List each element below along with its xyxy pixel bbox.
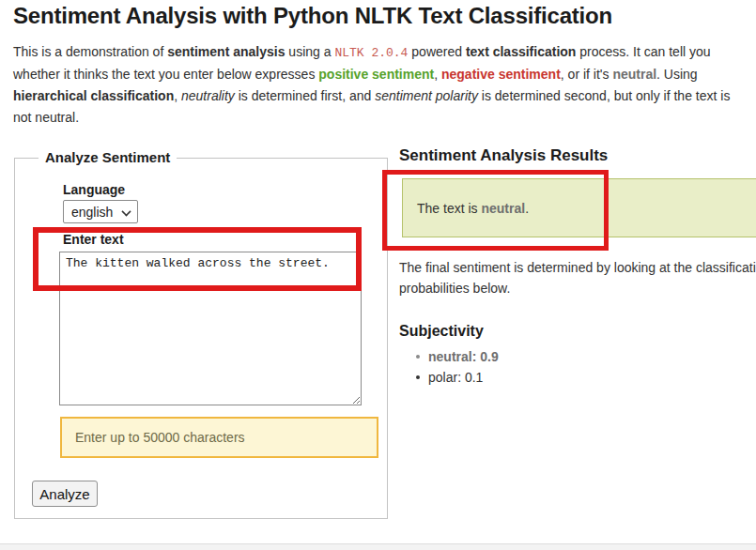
page-footer-divider — [0, 543, 756, 550]
analyze-button[interactable]: Analyze — [32, 481, 98, 507]
subjectivity-title: Subjectivity — [399, 323, 484, 340]
subjectivity-item-polar: polar: 0.1 — [399, 367, 499, 388]
subjectivity-item-neutral: neutral: 0.9 — [399, 346, 499, 367]
text-input[interactable]: The kitten walked across the street. — [59, 252, 362, 405]
results-title: Sentiment Analysis Results — [399, 146, 608, 165]
results-explanation: The final sentiment is determined by loo… — [399, 257, 756, 298]
intro-paragraph: This is a demonstration of sentiment ana… — [13, 41, 750, 129]
page-title: Sentiment Analysis with Python NLTK Text… — [13, 3, 612, 29]
language-select-value: english — [71, 205, 113, 220]
panel-legend: Analyze Sentiment — [39, 149, 177, 166]
analyze-sentiment-panel: Analyze Sentiment Language english Enter… — [14, 158, 388, 519]
page: Sentiment Analysis with Python NLTK Text… — [0, 0, 756, 550]
result-verdict-text: The text is neutral. — [417, 201, 529, 216]
subjectivity-list: neutral: 0.9 polar: 0.1 — [399, 346, 499, 388]
language-label: Language — [63, 182, 125, 197]
char-limit-notice: Enter up to 50000 characters — [60, 417, 378, 458]
result-verdict-box: The text is neutral. — [402, 178, 756, 237]
enter-text-label: Enter text — [63, 232, 124, 247]
chevron-down-icon — [122, 207, 130, 215]
language-select[interactable]: english — [63, 200, 138, 223]
